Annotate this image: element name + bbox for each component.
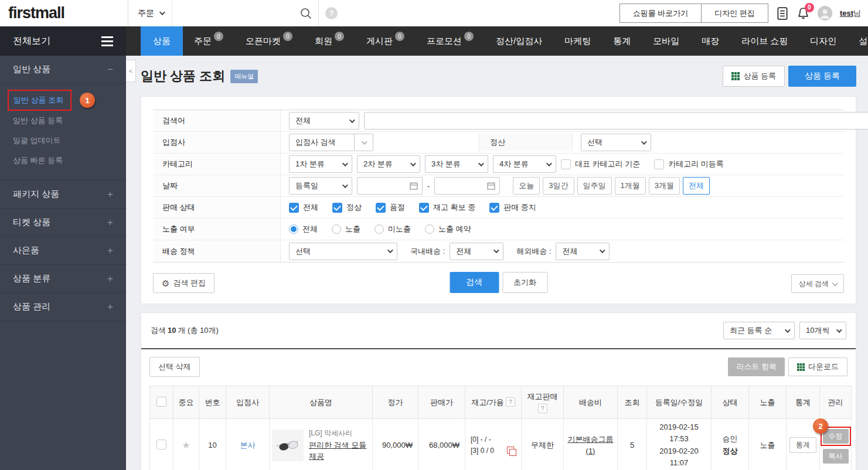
nav-tab-openmarket[interactable]: 오픈마켓0 [234,26,304,56]
shipping-policy-select[interactable]: 선택 [289,243,397,260]
visibility-hidden-radio[interactable]: 미노출 [375,224,411,234]
hamburger-icon[interactable] [101,36,113,46]
primary-category-checkbox[interactable]: 대표 카테고리 기준 [561,159,640,169]
shipping-group-link[interactable]: 기본배송그룹 (1) [566,434,615,457]
cell-visibility: 노출 [749,419,787,470]
category-level2-select[interactable]: 2차 분류 [357,155,420,173]
reset-button[interactable]: 초기화 [502,272,547,293]
search-scope-select[interactable]: 주문 [128,0,172,26]
list-fields-button[interactable]: 리스트 항목 [728,357,785,376]
quick-week-button[interactable]: 일주일 [577,177,612,195]
row-checkbox[interactable] [156,440,166,449]
settlement-select[interactable]: 선택 [581,134,651,151]
search-input[interactable] [172,0,299,26]
stats-button[interactable]: 통계 [789,437,816,453]
help-icon[interactable]: ? [325,7,338,19]
vendor-link[interactable]: 본사 [240,441,256,449]
sidebar-section-product-manage[interactable]: 상품 관리 + [0,293,126,321]
select-all-checkbox[interactable] [156,397,166,407]
quick-3days-button[interactable]: 3일간 [543,177,574,195]
star-icon[interactable]: ★ [182,440,190,450]
stock-copy-icon[interactable] [507,447,516,456]
delete-selected-button[interactable]: 선택 삭제 [149,357,200,377]
vendor-search-combo[interactable]: 입점사 검색 [289,134,373,151]
vendor-search-select[interactable]: 입점사 검색 [289,134,355,151]
sidebar-collapse-button[interactable]: < [126,60,136,82]
product-thumbnail[interactable] [272,430,304,461]
sidebar-item-product-search[interactable]: 일반 상품 조회 1 [0,90,126,111]
filter-label: 노출 여부 [153,219,281,240]
nav-tab-design[interactable]: 디자인 [799,26,847,56]
quick-today-button[interactable]: 오늘 [513,177,540,195]
sale-status-soldout-checkbox[interactable]: 품절 [376,202,405,213]
nav-tab-mobile[interactable]: 모바일 [642,26,690,56]
visibility-all-radio[interactable]: 전체 [289,224,318,234]
quick-1month-button[interactable]: 1개월 [615,177,646,195]
advanced-search-button[interactable]: 상세 검색 [791,274,844,293]
download-button[interactable]: 다운로드 [788,357,847,376]
shop-shortcut-button[interactable]: 쇼핑몰 바로가기 [620,4,702,22]
vendor-dropdown-button[interactable] [355,134,373,151]
sidebar-section-gift[interactable]: 사은품 + [0,237,126,265]
sort-select[interactable]: 최근 등록 순 [723,322,795,339]
unregistered-category-checkbox[interactable]: 카테고리 미등록 [654,159,724,169]
category-level1-select[interactable]: 1차 분류 [289,155,352,173]
nav-tab-store[interactable]: 매장 [690,26,730,56]
keyword-scope-select[interactable]: 전체 [289,112,359,130]
help-icon[interactable]: ? [538,404,547,413]
username-suffix: 님 [853,9,861,18]
quick-all-button[interactable]: 전체 [683,177,710,195]
sidebar-section-category[interactable]: 상품 분류 + [0,265,126,293]
date-to-input[interactable] [434,177,500,195]
sidebar-section-ticket-product[interactable]: 티켓 상품 + [0,209,126,237]
nav-tab-settings[interactable]: 설정! [847,26,868,56]
category-level3-select[interactable]: 3차 분류 [425,155,488,173]
visibility-scheduled-radio[interactable]: 노출 예약 [425,224,471,234]
date-from-input[interactable] [357,177,423,195]
help-icon[interactable]: ? [506,397,515,407]
sidebar-section-package-product[interactable]: 패키지 상품 + [0,180,126,209]
sale-status-restocking-checkbox[interactable]: 재고 확보 중 [419,202,475,213]
search-button[interactable] [299,0,318,26]
nav-tab-settlement[interactable]: 정산/입점사 [485,26,553,56]
avatar[interactable] [818,6,832,21]
nav-tab-live-shopping[interactable]: 라이브 쇼핑 [730,26,799,56]
nav-tab-statistics[interactable]: 통계 [602,26,642,56]
date-type-select[interactable]: 등록일 [289,177,352,195]
category-level4-select[interactable]: 4차 분류 [493,155,556,173]
nav-tab-marketing[interactable]: 마케팅 [553,26,602,56]
notifications-button[interactable]: 0 [796,6,810,21]
excel-register-button[interactable]: 상품 등록 [723,66,785,87]
nav-tab-member[interactable]: 회원0 [304,26,355,56]
edit-search-button[interactable]: ⚙ 검색 편집 [153,273,215,293]
visibility-shown-radio[interactable]: 노출 [332,224,360,234]
memo-icon[interactable] [776,6,789,21]
sidebar-section-general-product[interactable]: 일반 상품 − [0,56,126,84]
edit-button[interactable]: 수정 [823,429,849,444]
keyword-input[interactable] [364,112,868,130]
copy-button[interactable]: 복사 [823,449,849,464]
sidebar-item-bulk-update[interactable]: 일괄 업데이트 [0,131,126,151]
manual-badge[interactable]: 매뉴얼 [230,70,258,83]
search-submit-button[interactable]: 검색 [450,272,499,293]
chevron-down-icon [493,247,499,253]
sale-status-stopped-checkbox[interactable]: 판매 중지 [489,202,536,213]
nav-tab-order[interactable]: 주문0 [183,26,234,56]
domestic-shipping-select[interactable]: 전체 [450,243,503,260]
overseas-shipping-select[interactable]: 전체 [556,243,610,260]
logo[interactable]: firstmall [8,4,64,22]
sale-status-normal-checkbox[interactable]: 정상 [332,202,362,213]
product-register-button[interactable]: 상품 등록 [788,66,856,87]
nav-tab-board[interactable]: 게시판0 [355,26,416,56]
nav-tab-promotion[interactable]: 프로모션0 [416,26,485,56]
username[interactable]: test님 [840,8,861,19]
product-name-link[interactable]: 편리한 검색 모듈 제공 [309,440,370,462]
nav-tab-product[interactable]: 상품 [141,26,183,56]
design-edit-button[interactable]: 디자인 편집 [701,4,768,22]
sale-status-all-checkbox[interactable]: 전체 [289,202,318,213]
sidebar-item-product-register[interactable]: 일반 상품 등록 [0,111,126,131]
per-page-select[interactable]: 10개씩 [799,322,846,339]
quick-3months-button[interactable]: 3개월 [649,177,680,195]
filter-label: 입점사 [153,132,281,153]
sidebar-item-quick-register[interactable]: 상품 빠른 등록 [0,151,126,171]
